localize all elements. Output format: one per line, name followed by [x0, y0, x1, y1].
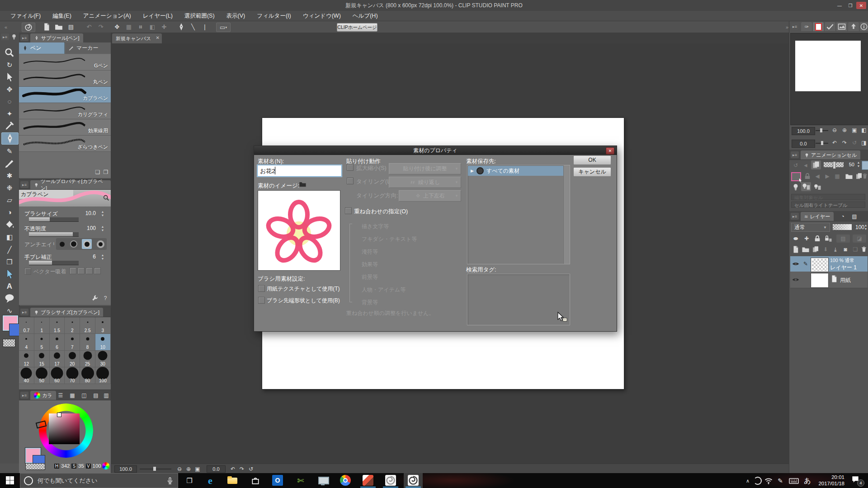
status-zoom-slider[interactable] [140, 469, 171, 469]
document-tab[interactable]: 新規キャンバス ✕ [112, 33, 162, 43]
brush-size-cell[interactable]: 2.5 [80, 317, 95, 334]
brush-size-cell[interactable]: 7 [65, 334, 80, 351]
cortana-search-box[interactable]: 何でも聞いてください [20, 473, 178, 488]
brush-size-cell-selected[interactable]: 10 [95, 334, 111, 351]
layer-search-tab-icon[interactable]: ▧ [850, 212, 859, 221]
anim-opacity-slider[interactable] [824, 162, 844, 167]
rgb-hsv-switch-icon[interactable] [102, 462, 109, 469]
brush-size-cell[interactable]: 5 [34, 334, 50, 351]
document-tab-close-icon[interactable]: ✕ [156, 35, 160, 40]
pencil-tool[interactable]: ✎ [1, 145, 18, 157]
sv-cursor[interactable] [57, 413, 61, 417]
minimize-button[interactable]: — [835, 2, 844, 9]
anim-onion-next-icon[interactable]: ◄ [801, 161, 810, 169]
correct-line-tool[interactable]: ∿ [1, 305, 18, 316]
move-parts-icon[interactable]: ✥ [112, 23, 122, 31]
stabilization-value[interactable]: 6 [78, 253, 96, 260]
brush-size-cell[interactable]: 80 [80, 367, 95, 384]
status-rotate-left-icon[interactable]: ↶ [228, 465, 237, 473]
frame-tool[interactable]: ❒ [1, 256, 18, 267]
clock[interactable]: 20:01 2017/01/18 [816, 474, 844, 487]
anim-edit-target-icon[interactable] [791, 172, 801, 181]
navigator-fit-icon[interactable]: ▣ [850, 126, 859, 134]
brush-size-cell[interactable]: 100 [95, 367, 111, 384]
navigator-tab-icon[interactable] [813, 22, 824, 31]
subtool-menu-icon[interactable]: ▸≡ [20, 34, 28, 41]
layer-thumbnail[interactable] [811, 258, 828, 272]
brush-tool[interactable] [1, 158, 18, 169]
brush-size-cell[interactable]: 40 [19, 367, 34, 384]
tray-onedrive-icon[interactable] [753, 475, 762, 487]
undo-icon[interactable]: ↶ [84, 23, 94, 31]
navigator-reset-rotation-icon[interactable]: ↺ [850, 139, 859, 147]
start-button[interactable] [5, 475, 15, 486]
color-history-tab-icon[interactable]: ▤ [91, 391, 100, 399]
brush-size-cell[interactable]: 2 [65, 317, 80, 334]
layer-clip-icon[interactable]: ✚ [802, 235, 811, 243]
anim-edit-target-bar[interactable]: 編集対象セル [791, 194, 865, 200]
vector-snap-option[interactable] [86, 267, 93, 274]
pc-icon[interactable] [317, 475, 329, 487]
paper-thumbnail[interactable] [811, 273, 828, 287]
delete-layer-icon[interactable] [861, 245, 867, 253]
ok-button[interactable]: OK [573, 155, 611, 165]
menu-view[interactable]: 表示(V) [221, 12, 251, 20]
brush-size-cell[interactable]: 17 [50, 351, 65, 367]
anim-lock-icon[interactable] [803, 172, 812, 180]
brush-size-value[interactable]: 10.0 [78, 210, 96, 216]
brush-size-cell[interactable]: 50 [34, 367, 50, 384]
navigator-flip-vertical-icon[interactable]: ◨ [859, 139, 868, 147]
brush-tip-checkbox[interactable] [258, 297, 265, 304]
layer-lock-icon[interactable] [813, 235, 822, 243]
anim-lamp-page-icon[interactable] [801, 182, 811, 191]
anim-next-cel-icon[interactable]: ▶ [823, 172, 832, 180]
navigator-rotate-right-icon[interactable]: ↷ [840, 139, 849, 147]
microphone-icon[interactable] [166, 476, 174, 485]
deselect-icon[interactable]: ⌗ [136, 23, 146, 31]
listbox-scrollbar[interactable] [563, 165, 570, 264]
animation-menu-icon[interactable]: ▸≡ [791, 151, 799, 158]
status-rotate-right-icon[interactable]: ↷ [237, 465, 246, 473]
view-mode-icon[interactable]: ▭▾ [216, 23, 231, 32]
status-reset-rotation-icon[interactable]: ↺ [246, 465, 255, 473]
layer-opacity-stepper[interactable]: ▲▼ [863, 224, 868, 231]
menu-animation[interactable]: アニメーション(A) [77, 12, 137, 20]
anim-open-folder-icon[interactable] [844, 172, 854, 180]
tray-keyboard-icon[interactable] [788, 475, 799, 487]
navigator-rotation-slider[interactable] [816, 143, 828, 144]
brush-size-cell[interactable]: 20 [65, 351, 80, 367]
vector-snap-checkbox[interactable] [24, 268, 31, 275]
color-slider-tab-icon[interactable]: ☰ [56, 391, 65, 399]
text-tool[interactable]: A [1, 281, 18, 292]
layer-combine-icon[interactable]: ⬬ [791, 235, 800, 243]
chrome-icon[interactable] [340, 475, 352, 487]
antialias-middle-option-selected[interactable] [82, 239, 92, 249]
brush-size-stepper[interactable]: ▲▼ [100, 210, 105, 217]
overlay-checkbox[interactable] [345, 207, 352, 214]
preview-zoom-icon[interactable] [103, 194, 110, 202]
layer-panel-tab[interactable]: ≋ レイヤー [801, 212, 834, 221]
brush-size-cell[interactable]: 8 [80, 334, 95, 351]
save-location-listbox[interactable]: ▶ すべての素材 [467, 165, 570, 264]
antialias-weak-option[interactable] [70, 240, 77, 248]
stroke-tab-icon[interactable] [825, 22, 835, 31]
status-zoom-value[interactable]: 100.0 [114, 465, 137, 473]
fill-tool[interactable] [1, 219, 18, 230]
tool-property-menu-icon[interactable]: ▸≡ [20, 181, 28, 188]
selection-tool[interactable]: ◌ [1, 96, 18, 107]
brush-size-cell[interactable]: 70 [65, 367, 80, 384]
zoom-tool[interactable] [1, 47, 18, 58]
task-view-button[interactable]: ❐ [184, 475, 195, 487]
subtool-tab-marker[interactable]: マーカー [65, 42, 111, 54]
animation-panel-tab[interactable]: アニメーションセル [801, 150, 860, 160]
windows-store-icon[interactable] [250, 475, 261, 487]
information-tab-icon[interactable] [860, 22, 868, 31]
tray-pen-icon[interactable]: ✎ [776, 475, 785, 487]
anim-lamp-page2-icon[interactable] [813, 183, 822, 191]
layer-row-paper[interactable]: 用紙 [790, 272, 868, 288]
save-location-item-selected[interactable]: ▶ すべての素材 [468, 166, 563, 176]
color-mixing-tab-icon[interactable]: ◫ [80, 391, 89, 399]
anim-prev-cel-icon[interactable]: ◀ [813, 172, 822, 180]
settings-wrench-icon[interactable] [91, 294, 99, 302]
decoration-tool[interactable]: ❉ [1, 182, 18, 193]
